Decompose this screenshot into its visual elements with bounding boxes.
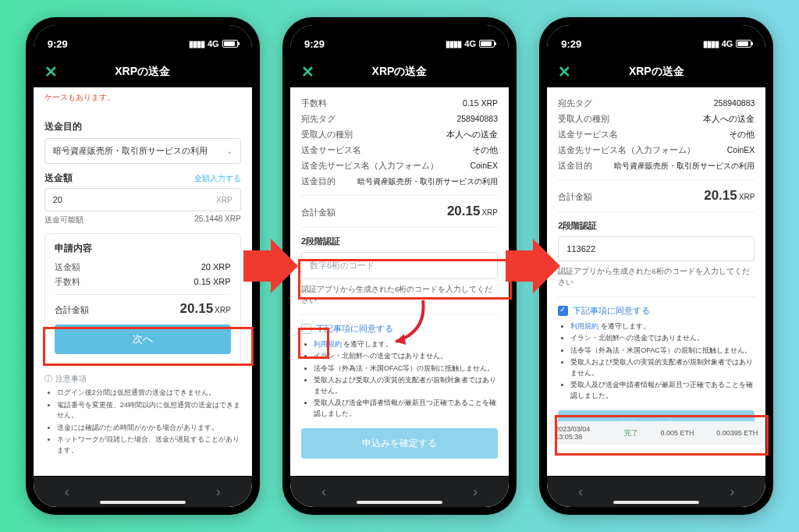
total-label: 合計金額 [301,207,336,218]
amount-label: 送金額 [44,172,73,185]
fee-label: 手数料 [301,98,327,109]
dest-label: 送金先サービス名（入力フォーム） [301,161,439,172]
total-value: 20.15 [180,301,214,316]
agree-head: 下記事項に同意する [573,305,650,317]
close-icon[interactable]: ✕ [558,64,571,80]
dest-value: CoinEX [470,161,498,170]
code-placeholder: 数字6桁のコード [310,261,375,270]
tag-label: 宛先タグ [301,114,336,125]
svg-marker-0 [396,334,406,345]
phone-frame-3: 9:29 ▮▮▮▮ 4G ✕ XRPの送金 宛先タグ258940883 受取人の… [539,17,773,515]
agree-item: 受取人および受取人の実質的支配者が規制対象者ではありません。 [570,357,755,378]
purpose-value: 暗号資産販売所・取引所サービスの利用 [357,177,498,187]
total-label: 合計金額 [558,191,592,203]
agree-item: 利用規約 を遵守します。 [570,321,755,332]
agree-head: 下記事項に同意する [316,323,393,335]
chevron-down-icon: ⌄ [226,147,233,155]
twofa-label: 2段階認証 [301,236,498,247]
nav-back-icon[interactable]: ‹ [65,484,69,500]
history-date: 2023/03/04 13:05:38 [555,425,602,441]
code-input[interactable]: 数字6桁のコード [301,252,498,279]
agree-item: イラン・北朝鮮への送金ではありません。 [314,351,498,362]
fee-value: 0.15 XRP [463,98,498,108]
dest-value: CoinEX [727,145,755,154]
app-header: ✕ XRPの送金 [547,56,765,87]
app-header: ✕ XRPの送金 [290,56,509,87]
signal-icon: ▮▮▮▮ [703,39,719,49]
tag-value: 258940883 [714,98,755,108]
total-label: 合計金額 [55,304,89,316]
history-amount: 0.005 ETH [661,429,694,437]
agree-checkbox[interactable] [558,306,568,316]
home-indicator [613,501,699,504]
phone-frame-2: 9:29 ▮▮▮▮ 4G ✕ XRPの送金 手数料0.15 XRP 宛先タグ25… [282,17,517,515]
history-row: 2023/03/04 13:05:38 完了 0.005 ETH 0.00395… [547,421,765,445]
status-time: 9:29 [561,38,581,50]
summary-amount-label: 送金額 [55,261,80,273]
recipient-label: 受取人の種別 [558,114,609,125]
nav-back-icon[interactable]: ‹ [321,484,326,500]
tag-label: 宛先タグ [558,98,592,109]
twofa-label: 2段階認証 [558,220,755,232]
agree-item: 受取人及び送金申請者情報が最新且つ正確であることを確認しました。 [570,380,755,401]
total-unit: XRP [739,193,755,201]
note-item: ログイン後2分間は仮想通貨の送金はできません。 [57,388,241,399]
summary-card: 申請内容 送金額20 XRP 手数料0.15 XRP 合計金額 20.15XRP… [44,233,241,363]
notes-section: ⓘ注意事項 ログイン後2分間は仮想通貨の送金はできません。 電話番号を変更後、2… [34,369,252,465]
purpose-label: 送金目的 [558,161,592,172]
home-indicator [100,501,186,504]
service-label: 送金サービス名 [301,145,361,156]
code-input[interactable]: 113622 [558,236,755,261]
step-arrow [243,235,298,297]
total-value: 20.15 [447,204,481,218]
code-value: 113622 [566,244,595,254]
network-label: 4G [464,39,476,48]
code-help: 認証アプリから生成された6桁のコードを入力してください [558,266,755,289]
agree-item: イラン・北朝鮮への送金ではありません。 [570,333,755,344]
curved-arrow [384,296,431,351]
summary-fee-label: 手数料 [55,276,80,288]
app-header: ✕ XRPの送金 [34,56,252,87]
recipient-value: 本人への送金 [703,114,755,125]
service-value: その他 [729,129,755,140]
status-time: 9:29 [304,38,325,50]
next-button[interactable]: 次へ [55,325,231,354]
status-time: 9:29 [48,38,68,50]
warning-text: ケースもあります。 [34,87,252,109]
svg-marker-1 [243,239,298,293]
close-icon[interactable]: ✕ [301,64,314,80]
battery-icon [479,40,495,48]
total-unit: XRP [481,208,498,217]
close-icon[interactable]: ✕ [44,64,58,80]
nav-back-icon[interactable]: ‹ [578,484,583,500]
signal-icon: ▮▮▮▮ [189,39,204,49]
available-value: 25.1448 XRP [194,215,241,225]
agree-item: 法令等（外為法・米国OFAC等）の規制に抵触しません。 [314,364,498,374]
agree-item: 受取人および受取人の実質的支配者が規制対象者ではありません。 [314,375,498,396]
history-status: 完了 [624,428,638,438]
nav-forward-icon[interactable]: › [730,484,734,500]
agree-checkbox[interactable] [301,324,311,334]
confirm-button[interactable]: 申込みを確定する [301,428,498,459]
full-amount-link[interactable]: 全額入力する [194,173,241,184]
step-arrow [506,235,560,297]
purpose-value: 暗号資産販売所・取引所サービスの利用 [614,161,755,172]
note-item: 送金には確認のため時間がかかる場合があります。 [57,423,241,434]
amount-input[interactable]: 20 XRP [44,188,241,211]
available-label: 送金可能額 [44,215,83,225]
amount-unit: XRP [216,196,233,204]
tag-value: 258940883 [456,114,498,123]
info-icon: ⓘ [44,374,52,385]
battery-icon [222,40,238,48]
history-amount2: 0.00395 ETH [716,429,758,437]
summary-amount-value: 20 XRP [201,262,231,271]
recipient-value: 本人への送金 [446,129,498,140]
purpose-select[interactable]: 暗号資産販売所・取引所サービスの利用 ⌄ [44,138,241,164]
signal-icon: ▮▮▮▮ [446,39,461,49]
purpose-label: 送金目的 [301,176,336,187]
nav-forward-icon[interactable]: › [216,484,221,500]
agree-item: 法令等（外為法・米国OFAC等）の規制に抵触しません。 [570,346,755,356]
nav-forward-icon[interactable]: › [473,484,478,500]
home-indicator [357,501,442,504]
summary-title: 申請内容 [55,242,231,255]
